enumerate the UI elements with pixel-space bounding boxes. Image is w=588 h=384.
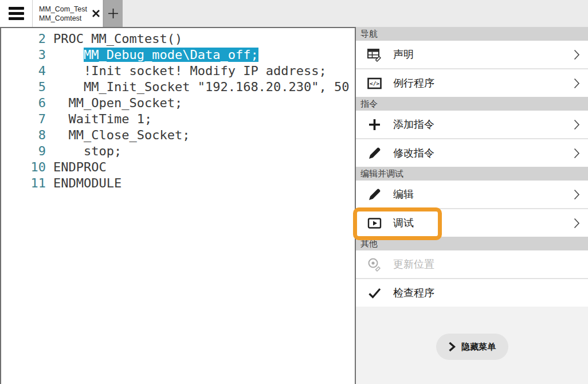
section-header-instructions: 指令 (356, 97, 588, 111)
hide-menu-button[interactable]: 隐藏菜单 (436, 334, 508, 360)
declaration-icon (367, 47, 382, 62)
code-text: MM_Open_Socket; (69, 96, 183, 110)
menu-item-edit[interactable]: 编辑 (356, 181, 588, 208)
menu-item-label: 修改指令 (393, 146, 434, 160)
menu-item-debug[interactable]: 调试 (356, 209, 588, 237)
debug-icon (367, 215, 382, 231)
code-line-selected[interactable]: 3 MM_Debug_mode\Data_off; (1, 47, 355, 63)
modify-icon (367, 146, 382, 161)
line-number: 7 (1, 111, 46, 127)
code-indent (53, 64, 84, 78)
code-text-highlighted: MM_Debug_mode\Data_off; (84, 48, 258, 62)
code-line[interactable]: 2PROC MM_Comtest() (1, 31, 355, 47)
code-line[interactable]: 6 MM_Open_Socket; (1, 95, 355, 111)
chevron-right-icon (574, 218, 580, 229)
menu-item-label: 编辑 (393, 187, 414, 201)
code-text: stop; (84, 144, 121, 158)
chevron-right-bold-icon (448, 342, 456, 352)
code-text: ENDPROC (53, 160, 107, 174)
routine-icon-glyph: </> (370, 80, 379, 87)
hamburger-icon (9, 7, 24, 20)
menu-item-routines[interactable]: </> 例行程序 (356, 69, 588, 97)
chevron-right-icon (574, 78, 580, 89)
menu-item-label: 检查程序 (393, 286, 434, 300)
section-header-navigation: 导航 (356, 27, 588, 41)
chevron-right-icon (574, 189, 580, 200)
line-number: 8 (1, 127, 46, 143)
new-tab-button[interactable] (103, 0, 123, 27)
code-text: PROC MM_Comtest() (53, 32, 182, 46)
line-number: 6 (1, 95, 46, 111)
menu-item-label: 例行程序 (393, 76, 434, 90)
code-indent (53, 96, 69, 110)
menu-item-declaration[interactable]: 声明 (356, 41, 588, 68)
code-indent (53, 144, 84, 158)
chevron-right-icon (574, 119, 580, 130)
code-indent (53, 48, 84, 62)
section-header-other: 其他 (356, 237, 588, 250)
tab-close-button[interactable] (90, 7, 101, 19)
add-icon (367, 117, 382, 132)
code-text: WaitTime 1; (69, 112, 152, 126)
line-number: 11 (1, 175, 46, 191)
chevron-right-icon (574, 49, 580, 60)
update-position-icon (367, 257, 382, 272)
plus-icon (108, 8, 119, 19)
line-number: 5 (1, 79, 46, 95)
menu-item-check-program[interactable]: 检查程序 (356, 279, 588, 307)
tab-strip-empty-area (123, 0, 588, 27)
top-bar: MM_Com_Test MM_Comtest (0, 0, 588, 27)
program-editor-menu-panel: 导航 声明 </> 例行程序 指令 (356, 27, 588, 384)
code-indent (53, 80, 84, 94)
code-indent (53, 128, 69, 142)
menu-item-label: 添加指令 (393, 117, 434, 131)
chevron-right-icon (574, 148, 580, 159)
code-editor[interactable]: 2PROC MM_Comtest() 3 MM_Debug_mode\Data_… (0, 27, 356, 384)
menu-item-label: 调试 (393, 216, 414, 230)
menu-item-label: 更新位置 (393, 257, 434, 271)
tab-title-line1: MM_Com_Test (39, 5, 87, 13)
menu-item-add-instruction[interactable]: 添加指令 (356, 111, 588, 138)
check-icon (367, 285, 382, 301)
line-number: 2 (1, 31, 46, 47)
code-line[interactable]: 10ENDPROC (1, 159, 355, 175)
tab-mm-comtest[interactable]: MM_Com_Test MM_Comtest (33, 0, 103, 27)
code-line[interactable]: 7 WaitTime 1; (1, 111, 355, 127)
hide-menu-label: 隐藏菜单 (461, 342, 496, 352)
code-text: !Init socket! Modify IP address; (84, 64, 327, 78)
code-text: MM_Close_Socket; (69, 128, 190, 142)
tab-title-line2: MM_Comtest (39, 14, 87, 22)
line-number: 9 (1, 143, 46, 159)
code-line[interactable]: 11ENDMODULE (1, 175, 355, 191)
menu-item-modify-instruction[interactable]: 修改指令 (356, 139, 588, 167)
code-line[interactable]: 8 MM_Close_Socket; (1, 127, 355, 143)
code-text: ENDMODULE (53, 176, 121, 190)
code-line[interactable]: 4 !Init socket! Modify IP address; (1, 63, 355, 79)
line-number: 4 (1, 63, 46, 79)
menu-item-label: 声明 (393, 48, 414, 61)
code-text: MM_Init_Socket "192.168.20.230", 50 (84, 80, 350, 94)
edit-icon (367, 187, 382, 202)
line-number: 3 (1, 47, 46, 63)
main-menu-button[interactable] (0, 0, 32, 27)
line-number: 10 (1, 159, 46, 175)
section-header-edit-debug: 编辑并调试 (356, 167, 588, 181)
code-line[interactable]: 5 MM_Init_Socket "192.168.20.230", 50 (1, 79, 355, 95)
routine-icon: </> (367, 76, 382, 91)
code-line[interactable]: 9 stop; (1, 143, 355, 159)
panel-footer: 隐藏菜单 (356, 307, 588, 384)
code-indent (53, 112, 69, 126)
menu-item-update-position: 更新位置 (356, 250, 588, 278)
close-icon (92, 9, 100, 18)
